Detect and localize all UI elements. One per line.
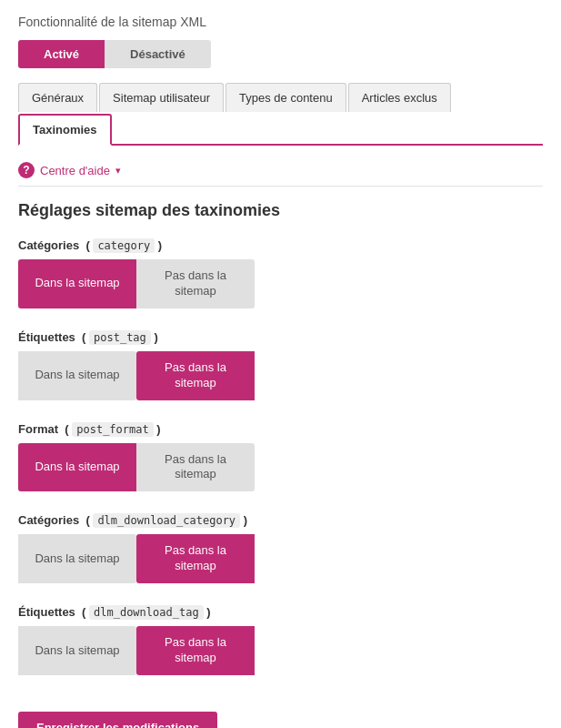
taxonomy-in-sitemap-post-tag[interactable]: Dans la sitemap xyxy=(18,351,136,400)
deactivate-button[interactable]: Désactivé xyxy=(105,40,211,68)
tab-bar: Généraux Sitemap utilisateur Types de co… xyxy=(18,83,543,146)
taxonomy-item-category: Catégories ( category ) Dans la sitemap … xyxy=(18,238,543,308)
tab-sitemap-utilisateur[interactable]: Sitemap utilisateur xyxy=(99,83,224,112)
taxonomy-not-in-sitemap-dlm-download-tag[interactable]: Pas dans la sitemap xyxy=(136,626,255,675)
taxonomy-in-sitemap-dlm-download-category[interactable]: Dans la sitemap xyxy=(18,534,136,583)
taxonomy-toggle-post-format: Dans la sitemap Pas dans la sitemap xyxy=(18,443,255,492)
taxonomy-item-dlm-download-category: Catégories ( dlm_download_category ) Dan… xyxy=(18,513,543,583)
taxonomy-in-sitemap-dlm-download-tag[interactable]: Dans la sitemap xyxy=(18,626,136,675)
taxonomy-not-in-sitemap-post-tag[interactable]: Pas dans la sitemap xyxy=(136,351,255,400)
chevron-down-icon: ▾ xyxy=(115,165,121,177)
taxonomy-not-in-sitemap-dlm-download-category[interactable]: Pas dans la sitemap xyxy=(136,534,255,583)
taxonomy-label-category: Catégories ( category ) xyxy=(18,238,543,252)
tab-types-de-contenu[interactable]: Types de contenu xyxy=(225,83,346,112)
taxonomy-not-in-sitemap-category[interactable]: Pas dans la sitemap xyxy=(136,259,255,308)
taxonomies-list: Catégories ( category ) Dans la sitemap … xyxy=(18,238,543,675)
taxonomy-toggle-post-tag: Dans la sitemap Pas dans la sitemap xyxy=(18,351,255,400)
taxonomy-label-dlm-download-category: Catégories ( dlm_download_category ) xyxy=(18,513,543,527)
tab-generaux[interactable]: Généraux xyxy=(18,83,97,112)
taxonomy-label-post-tag: Étiquettes ( post_tag ) xyxy=(18,330,543,344)
taxonomy-toggle-dlm-download-tag: Dans la sitemap Pas dans la sitemap xyxy=(18,626,255,675)
taxonomy-code-dlm-download-category: dlm_download_category xyxy=(93,513,240,528)
taxonomy-code-post-format: post_format xyxy=(72,422,153,437)
taxonomy-toggle-category: Dans la sitemap Pas dans la sitemap xyxy=(18,259,255,308)
taxonomy-in-sitemap-post-format[interactable]: Dans la sitemap xyxy=(18,443,136,492)
taxonomy-toggle-dlm-download-category: Dans la sitemap Pas dans la sitemap xyxy=(18,534,255,583)
taxonomy-label-post-format: Format ( post_format ) xyxy=(18,422,543,436)
feature-toggle: Activé Désactivé xyxy=(18,40,543,68)
taxonomy-code-category: category xyxy=(93,238,155,253)
taxonomy-label-dlm-download-tag: Étiquettes ( dlm_download_tag ) xyxy=(18,605,543,619)
taxonomy-code-dlm-download-tag: dlm_download_tag xyxy=(89,605,204,620)
save-button[interactable]: Enregistrer les modifications xyxy=(18,712,217,728)
help-icon: ? xyxy=(18,162,35,178)
taxonomy-item-dlm-download-tag: Étiquettes ( dlm_download_tag ) Dans la … xyxy=(18,605,543,675)
taxonomy-code-post-tag: post_tag xyxy=(89,330,151,345)
page-title: Fonctionnalité de la sitemap XML xyxy=(18,15,543,29)
taxonomy-in-sitemap-category[interactable]: Dans la sitemap xyxy=(18,259,136,308)
tab-articles-exclus[interactable]: Articles exclus xyxy=(348,83,451,112)
tab-taxinomies[interactable]: Taxinomies xyxy=(18,114,112,146)
section-title: Réglages sitemap des taxinomies xyxy=(18,201,543,220)
activate-button[interactable]: Activé xyxy=(18,40,105,68)
taxonomy-item-post-format: Format ( post_format ) Dans la sitemap P… xyxy=(18,422,543,492)
help-bar: ? Centre d'aide ▾ xyxy=(18,155,543,187)
taxonomy-item-post-tag: Étiquettes ( post_tag ) Dans la sitemap … xyxy=(18,330,543,400)
help-link[interactable]: Centre d'aide xyxy=(40,164,110,177)
taxonomy-not-in-sitemap-post-format[interactable]: Pas dans la sitemap xyxy=(136,443,255,492)
